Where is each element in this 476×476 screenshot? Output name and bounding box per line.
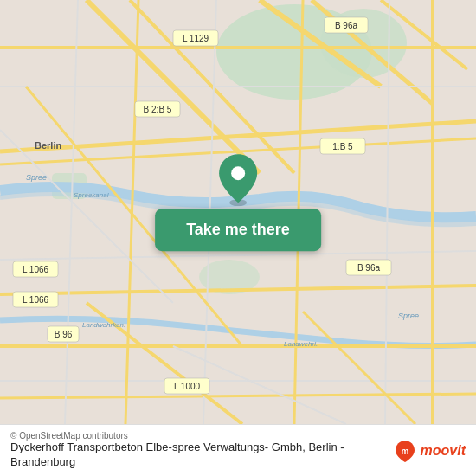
take-me-there-button[interactable]: Take me there xyxy=(155,209,321,251)
moovit-label: moovit xyxy=(421,443,466,459)
svg-text:L 1129: L 1129 xyxy=(183,34,209,43)
svg-text:Landwehrl.: Landwehrl. xyxy=(284,340,318,348)
place-info: © OpenStreetMap contributors Dyckerhoff … xyxy=(10,431,393,470)
cta-overlay: Take me there xyxy=(155,153,321,251)
svg-point-56 xyxy=(231,166,245,180)
svg-text:Spree: Spree xyxy=(398,312,419,320)
map-container: B 96a B 2:B 5 1:B 5 L 1129 L 1066 L 1066… xyxy=(0,0,476,424)
svg-text:Berlin: Berlin xyxy=(35,140,61,151)
attribution-text: © OpenStreetMap contributors xyxy=(10,431,393,441)
svg-text:B 96a: B 96a xyxy=(357,263,381,273)
svg-text:L 1066: L 1066 xyxy=(23,265,49,274)
svg-text:L 1000: L 1000 xyxy=(174,382,201,391)
moovit-logo: m moovit xyxy=(393,439,466,463)
svg-text:B 96: B 96 xyxy=(55,330,73,339)
svg-text:m: m xyxy=(401,447,408,456)
svg-text:1:B 5: 1:B 5 xyxy=(332,142,353,151)
svg-text:B 2:B 5: B 2:B 5 xyxy=(144,105,172,114)
svg-text:B 96a: B 96a xyxy=(335,21,358,30)
bottom-bar: © OpenStreetMap contributors Dyckerhoff … xyxy=(0,424,476,476)
moovit-pin-icon: m xyxy=(393,439,417,463)
svg-text:Landwehrkan.: Landwehrkan. xyxy=(82,321,125,329)
place-name-text: Dyckerhoff Transportbeton Elbe-spree Ver… xyxy=(10,441,393,470)
svg-text:L 1066: L 1066 xyxy=(23,295,49,305)
svg-text:Spreekanal: Spreekanal xyxy=(74,191,109,199)
location-pin-icon xyxy=(212,153,264,205)
svg-text:Spree: Spree xyxy=(26,173,47,182)
